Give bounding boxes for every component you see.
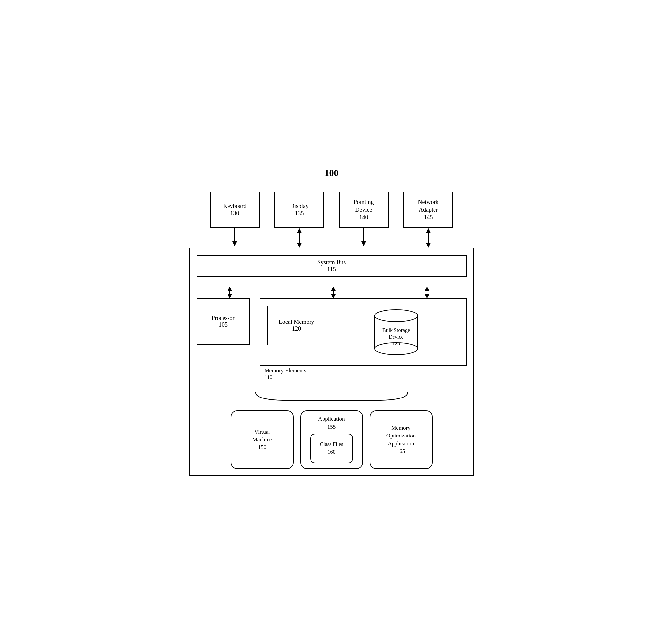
memory-bus-connector bbox=[273, 287, 394, 298]
memory-elements-box: Local Memory 120 bbox=[260, 298, 467, 366]
svg-marker-8 bbox=[426, 228, 430, 233]
peripherals-row: Keyboard 130 Display 135 PointingDevice … bbox=[183, 192, 481, 228]
network-adapter-connector bbox=[403, 228, 453, 248]
pointing-device-number: 140 bbox=[359, 214, 368, 222]
pointing-device-connector bbox=[339, 228, 389, 248]
bulk-double-arrow bbox=[424, 287, 430, 298]
keyboard-box: Keyboard 130 bbox=[210, 192, 260, 228]
application-number: 155 bbox=[327, 423, 336, 431]
keyboard-label: Keyboard bbox=[223, 202, 247, 210]
display-connector bbox=[274, 228, 324, 248]
memory-double-arrow bbox=[330, 287, 337, 298]
software-section: VirtualMachine 150 Application 155 Class… bbox=[197, 391, 467, 469]
local-memory-col: Local Memory 120 bbox=[267, 306, 326, 345]
svg-marker-15 bbox=[331, 294, 336, 298]
memory-opt-label: MemoryOptimizationApplication bbox=[386, 424, 416, 447]
memory-opt-number: 165 bbox=[397, 447, 405, 455]
diagram-container: 100 Keyboard 130 Display 135 PointingDev… bbox=[183, 168, 481, 476]
svg-marker-14 bbox=[331, 287, 336, 291]
svg-marker-11 bbox=[227, 287, 232, 291]
local-memory-number: 120 bbox=[292, 325, 301, 332]
peripheral-connectors bbox=[183, 228, 481, 248]
network-adapter-label: NetworkAdapter bbox=[418, 198, 439, 214]
svg-marker-6 bbox=[361, 241, 366, 246]
svg-marker-17 bbox=[425, 287, 429, 291]
display-label: Display bbox=[290, 202, 309, 210]
keyboard-number: 130 bbox=[230, 210, 239, 217]
network-adapter-box: NetworkAdapter 145 bbox=[403, 192, 453, 228]
class-files-box: Class Files 160 bbox=[310, 434, 353, 463]
software-boxes-row: VirtualMachine 150 Application 155 Class… bbox=[197, 410, 467, 469]
display-box: Display 135 bbox=[274, 192, 324, 228]
svg-point-20 bbox=[375, 309, 418, 322]
processor-col: Processor 105 bbox=[197, 298, 250, 381]
display-arrow bbox=[296, 228, 303, 248]
main-system-box: System Bus 115 bbox=[190, 248, 474, 476]
svg-text:Bulk Storage: Bulk Storage bbox=[382, 327, 410, 334]
bulk-bus-connector bbox=[394, 287, 460, 298]
svg-marker-9 bbox=[426, 243, 430, 248]
application-box: Application 155 Class Files 160 bbox=[300, 410, 363, 469]
virtual-machine-number: 150 bbox=[258, 443, 267, 451]
brace-row bbox=[197, 391, 467, 404]
system-bus-label: System Bus bbox=[201, 259, 463, 266]
svg-marker-3 bbox=[297, 228, 302, 233]
svg-marker-12 bbox=[227, 294, 232, 298]
svg-marker-4 bbox=[297, 243, 302, 248]
bulk-storage-cylinder: Bulk Storage Device 125 bbox=[370, 306, 423, 359]
application-label: Application bbox=[318, 415, 345, 423]
display-number: 135 bbox=[295, 210, 304, 217]
processor-double-arrow bbox=[226, 287, 233, 298]
network-adapter-arrow bbox=[425, 228, 432, 248]
processor-box: Processor 105 bbox=[197, 298, 250, 345]
below-bus-connectors bbox=[197, 287, 467, 298]
memory-opt-box: MemoryOptimizationApplication 165 bbox=[370, 410, 433, 469]
curly-brace-icon bbox=[249, 391, 414, 404]
processor-bus-connector bbox=[197, 287, 263, 298]
svg-marker-18 bbox=[425, 294, 429, 298]
svg-marker-1 bbox=[233, 241, 237, 246]
local-memory-label: Local Memory bbox=[279, 319, 314, 325]
virtual-machine-box: VirtualMachine 150 bbox=[231, 410, 294, 469]
system-bus-box: System Bus 115 bbox=[197, 255, 467, 277]
class-files-number: 160 bbox=[328, 448, 336, 456]
svg-text:125: 125 bbox=[392, 341, 400, 346]
keyboard-arrow bbox=[231, 228, 238, 248]
middle-section: Processor 105 Local Memory 120 bbox=[197, 298, 467, 381]
pointing-device-label: PointingDevice bbox=[353, 198, 374, 214]
virtual-machine-label: VirtualMachine bbox=[252, 428, 272, 444]
system-bus-number: 115 bbox=[201, 266, 463, 273]
processor-label: Processor bbox=[212, 315, 235, 322]
svg-text:Device: Device bbox=[389, 334, 403, 340]
keyboard-connector bbox=[210, 228, 260, 248]
pointing-device-box: PointingDevice 140 bbox=[339, 192, 389, 228]
local-memory-box: Local Memory 120 bbox=[267, 306, 326, 345]
memory-elements-label: Memory Elements 110 bbox=[260, 367, 467, 381]
class-files-label: Class Files bbox=[320, 441, 343, 448]
network-adapter-number: 145 bbox=[424, 214, 433, 222]
memory-elements-col: Local Memory 120 bbox=[260, 298, 467, 381]
pointing-device-arrow bbox=[360, 228, 367, 248]
processor-number: 105 bbox=[219, 322, 227, 328]
diagram-title: 100 bbox=[183, 168, 481, 179]
bulk-storage-col: Bulk Storage Device 125 bbox=[333, 306, 459, 359]
